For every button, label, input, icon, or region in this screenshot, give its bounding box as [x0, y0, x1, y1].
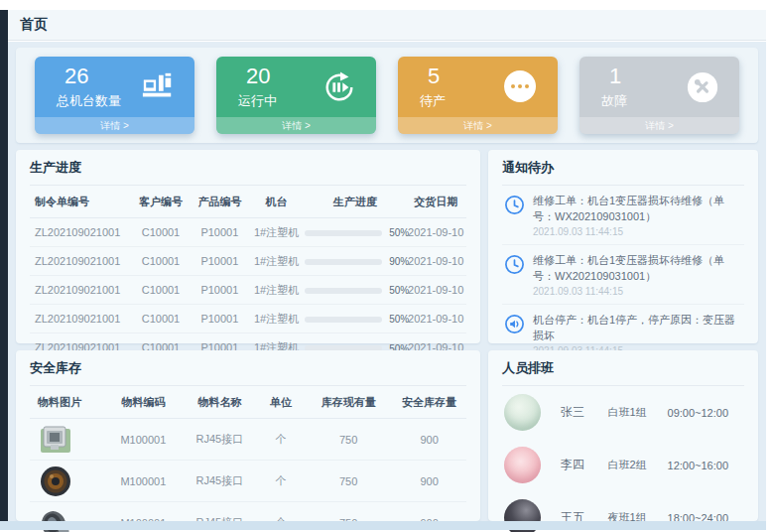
progress-label: 50%: [389, 227, 409, 238]
safety-qty: 900: [392, 419, 466, 461]
stat-card-pending[interactable]: 5 待产 详情 >: [398, 57, 558, 134]
safety-stock-panel: 安全库存 物料图片 物料编码 物料名称 单位 库存现有量 安全库存量: [16, 350, 480, 521]
stat-card-fault[interactable]: 1 故障 详情 >: [580, 57, 739, 134]
column-header: 生产进度: [305, 186, 405, 218]
progress-bar: [305, 230, 382, 236]
delivery-date: 2021-09-10: [405, 305, 466, 333]
column-header: 库存现有量: [305, 386, 392, 419]
order-no: ZL202109021001: [30, 276, 130, 305]
round-speaker-image: [38, 465, 73, 498]
material-image-cell: [30, 419, 104, 461]
shift-time: 09:00~12:00: [668, 407, 742, 419]
clock-icon: [504, 195, 525, 215]
stat-value: 1: [609, 64, 621, 89]
production-progress-panel: 生产进度 制令单编号 客户编号 产品编号 机台 生产进度 交货日期: [16, 150, 480, 343]
inventory-table: 物料图片 物料编码 物料名称 单位 库存现有量 安全库存量: [30, 386, 466, 532]
schedule-row: 李四 白班2组 12:00~16:00: [502, 439, 744, 491]
stats-panel: 26 总机台数量 详情 > 20 运行中: [16, 48, 758, 143]
stat-value: 20: [246, 64, 270, 89]
material-image-cell: [30, 461, 104, 502]
stock-qty: 750: [305, 461, 392, 502]
employee-name: 张三: [561, 404, 608, 421]
stat-label: 故障: [601, 92, 627, 110]
more-icon: [504, 70, 538, 104]
progress-label: 50%: [389, 285, 409, 296]
employee-name: 李四: [561, 457, 608, 473]
machine-name: 1#注塑机: [248, 247, 305, 276]
material-name: RJ45接口: [183, 461, 257, 502]
notification-text: 维修工单：机台1变压器损坏待维修（单号：WX202109031001）: [533, 194, 744, 225]
column-header: 产品编号: [192, 186, 248, 218]
detail-link[interactable]: 详情 >: [216, 117, 376, 134]
table-row: ZL202109021001 C10001 P10001 1#注塑机 50% 2…: [30, 305, 466, 333]
progress-cell: 90%: [305, 247, 405, 276]
stat-label: 待产: [420, 92, 446, 110]
customer-no: C10001: [130, 276, 192, 305]
page-title-home-tab[interactable]: 首页: [8, 16, 48, 34]
detail-link[interactable]: 详情 >: [398, 117, 558, 134]
machine-icon: [141, 70, 175, 104]
rj45-connector-image: [38, 423, 73, 457]
material-code: M100001: [104, 419, 183, 461]
notification-item[interactable]: 维修工单：机台1变压器损坏待维修（单号：WX202109031001） 2021…: [502, 186, 744, 245]
notifications-panel: 通知待办 维修工单：机台1变压器损坏待维修（单号：WX202109031001）…: [488, 150, 758, 343]
notification-text: 维修工单：机台1变压器损坏待维修（单号：WX202109031001）: [533, 253, 744, 285]
stat-card-total-machines[interactable]: 26 总机台数量 详情 >: [35, 57, 194, 134]
stock-qty: 750: [305, 419, 392, 461]
column-header: 单位: [257, 386, 305, 419]
column-header: 物料编码: [104, 386, 183, 419]
material-code: M100001: [104, 461, 183, 502]
column-header: 安全库存量: [392, 386, 466, 419]
product-no: P10001: [192, 247, 248, 276]
order-no: ZL202109021001: [30, 218, 130, 247]
stat-label: 总机台数量: [57, 92, 121, 110]
production-table: 制令单编号 客户编号 产品编号 机台 生产进度 交货日期 ZL202109021…: [30, 186, 466, 362]
running-icon: [322, 70, 356, 104]
column-header: 制令单编号: [30, 186, 130, 218]
avatar: [504, 447, 541, 483]
progress-label: 90%: [389, 256, 409, 267]
detail-link[interactable]: 详情 >: [35, 117, 194, 134]
stat-card-running[interactable]: 20 运行中 详情 >: [216, 57, 376, 134]
material-unit: 个: [257, 419, 305, 461]
column-header: 物料名称: [183, 386, 257, 419]
column-header: 机台: [248, 186, 305, 218]
order-no: ZL202109021001: [30, 305, 130, 333]
notification-time: 2021.09.03 11:44:15: [533, 286, 744, 297]
notification-item[interactable]: 维修工单：机台1变压器损坏待维修（单号：WX202109031001） 2021…: [502, 245, 744, 305]
bottom-strip: [0, 521, 766, 530]
clock-icon: [504, 254, 525, 275]
product-no: P10001: [192, 305, 248, 333]
machine-name: 1#注塑机: [248, 305, 305, 333]
delivery-date: 2021-09-10: [405, 218, 466, 247]
order-no: ZL202109021001: [30, 247, 130, 276]
shift-label: 白班1组: [608, 405, 668, 420]
machine-name: 1#注塑机: [248, 276, 305, 305]
progress-bar: [305, 259, 382, 265]
customer-no: C10001: [130, 247, 192, 276]
delivery-date: 2021-09-10: [405, 276, 466, 305]
table-row: ZL202109021001 C10001 P10001 1#注塑机 50% 2…: [30, 218, 466, 247]
panel-title: 生产进度: [30, 159, 466, 186]
column-header: 客户编号: [130, 186, 192, 218]
progress-label: 50%: [389, 314, 409, 325]
dashboard-content: 26 总机台数量 详情 > 20 运行中: [8, 42, 766, 521]
safety-qty: 900: [392, 461, 466, 502]
column-header: 交货日期: [405, 186, 466, 218]
progress-bar: [305, 317, 382, 323]
product-no: P10001: [192, 218, 248, 247]
avatar: [504, 394, 541, 431]
panel-title: 人员排班: [502, 359, 744, 386]
top-header: 首页: [8, 10, 766, 41]
stat-value: 26: [64, 64, 88, 89]
detail-link[interactable]: 详情 >: [580, 117, 739, 134]
progress-bar: [305, 288, 382, 294]
column-header: 物料图片: [30, 386, 104, 419]
customer-no: C10001: [130, 218, 192, 247]
panel-title: 安全库存: [30, 359, 466, 386]
stat-label: 运行中: [238, 92, 277, 110]
table-row: M100001 RJ45接口 个 750 900: [30, 419, 466, 461]
panel-title: 通知待办: [502, 159, 744, 186]
product-no: P10001: [192, 276, 248, 305]
notification-text: 机台停产：机台1停产，停产原因：变压器损坏: [533, 313, 744, 344]
